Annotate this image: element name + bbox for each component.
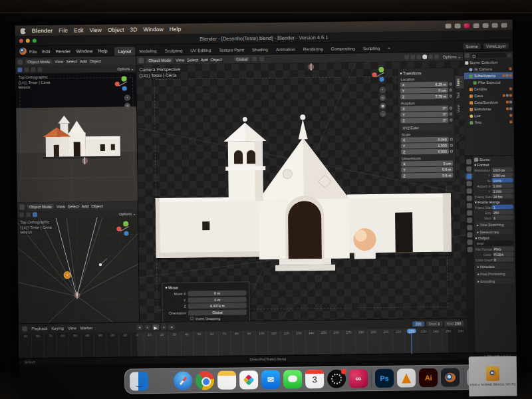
visibility-toggles[interactable]: [503, 94, 513, 96]
workspace-tab[interactable]: Shading: [248, 45, 272, 54]
visibility-toggles[interactable]: [506, 100, 513, 103]
lock-icon[interactable]: [450, 107, 452, 110]
visibility-toggles[interactable]: [506, 107, 513, 110]
mode-dropdown[interactable]: Object Mode: [25, 59, 52, 64]
dimensions-row[interactable]: X5 cm: [401, 161, 453, 167]
frame-range-row[interactable]: Step1: [475, 215, 513, 220]
zoom-button[interactable]: +: [124, 94, 130, 100]
viewport-main-content[interactable]: Camera Perspective(141) Teste | Cena: [136, 61, 467, 322]
workspace-tab[interactable]: Texture Paint: [215, 45, 248, 55]
proportional-icon[interactable]: [31, 67, 35, 72]
properties-tab-view-layer[interactable]: [466, 181, 471, 186]
collapsed-panel[interactable]: ▸ Metadata: [475, 263, 514, 269]
output-row[interactable]: Color Depth8: [475, 257, 514, 262]
format-row[interactable]: Aspect X1.000: [475, 183, 513, 188]
snap-magnet-icon[interactable]: [252, 57, 257, 61]
lock-icon[interactable]: [450, 144, 453, 147]
transport-button-jump-to-start-button[interactable]: «: [136, 325, 142, 330]
dock-app-blender[interactable]: [441, 368, 460, 386]
frame-start-field[interactable]: Start 1: [426, 321, 443, 327]
viewport-menu[interactable]: Add: [201, 58, 208, 62]
properties-tab-tool[interactable]: [466, 159, 471, 164]
snap-icon[interactable]: [24, 67, 29, 72]
playhead-frame-badge[interactable]: 220: [406, 329, 416, 333]
editor-type-icon[interactable]: [17, 59, 23, 65]
dock-app-calendar[interactable]: 3: [305, 370, 324, 388]
topbar-menu[interactable]: Help: [98, 49, 107, 53]
menubar-item[interactable]: Edit: [74, 27, 84, 33]
status-icon-search-icon[interactable]: [492, 23, 498, 27]
lock-icon[interactable]: [450, 83, 452, 86]
snap-icon[interactable]: [26, 212, 31, 217]
timeline-menu[interactable]: Playback: [31, 327, 47, 331]
format-row[interactable]: %100%: [474, 178, 513, 183]
pan-button[interactable]: ◎: [124, 102, 130, 108]
status-icon-recording-indicator[interactable]: [446, 23, 452, 28]
location-row[interactable]: X6.19 m: [400, 82, 452, 88]
workspace-tab[interactable]: Rendering: [299, 45, 327, 54]
filter-icon[interactable]: [507, 53, 511, 57]
rendered-shading-icon[interactable]: [434, 55, 439, 59]
transport-button-next-keyframe-button[interactable]: ›: [161, 325, 166, 330]
dimensions-row[interactable]: Y0.6 m: [401, 167, 453, 173]
scale-row[interactable]: Y1.500: [401, 143, 453, 149]
collapsed-panel[interactable]: ▸ Encoding: [475, 277, 514, 284]
transport-button-play-button[interactable]: ▶: [152, 325, 160, 330]
dock-app-lens-app[interactable]: [327, 370, 346, 388]
menubar-item[interactable]: File: [59, 27, 68, 34]
properties-tab-scene[interactable]: [467, 188, 472, 194]
dock-app-separator[interactable]: [463, 368, 464, 386]
frame-end-field[interactable]: End 250: [444, 321, 464, 326]
collapsed-panel[interactable]: ▸ Stereoscopy: [475, 228, 513, 235]
properties-tab-data[interactable]: [467, 239, 473, 245]
topbar-menu[interactable]: Render: [55, 49, 70, 54]
location-row[interactable]: Y0 cm: [400, 88, 452, 94]
move-value-row[interactable]: Z4.0374 m: [166, 303, 247, 309]
dock-app-notes[interactable]: [217, 371, 236, 390]
navigation-gizmo[interactable]: [372, 66, 389, 83]
properties-tab-output[interactable]: [466, 174, 471, 179]
editor-type-icon[interactable]: [465, 53, 469, 58]
dock-app-messages[interactable]: [283, 370, 302, 388]
format-row[interactable]: Y1.000: [475, 188, 513, 194]
timeline-menu[interactable]: View: [68, 326, 76, 330]
workspace-tab[interactable]: UV Editing: [186, 46, 215, 55]
orientation-icon[interactable]: [19, 212, 24, 217]
transform-panel-title[interactable]: ▾ Transform: [400, 70, 452, 76]
output-row[interactable]: File FormatPNG: [475, 246, 514, 251]
menubar-item[interactable]: View: [90, 27, 102, 33]
dock-app-chrome[interactable]: [196, 371, 214, 390]
viewport-menu[interactable]: Object: [90, 59, 101, 63]
checkbox-icon[interactable]: [190, 317, 194, 320]
viewport-menu[interactable]: Select: [187, 58, 198, 62]
workspace-tab[interactable]: Compositing: [327, 44, 359, 53]
status-icon-siri-icon[interactable]: [501, 23, 507, 27]
editor-type-icon[interactable]: [19, 204, 25, 209]
viewport-wireframe-content[interactable]: Top Orthographic(141) Teste | CenaMetros: [17, 217, 139, 323]
rotation-row[interactable]: Z0°: [400, 118, 452, 124]
dock-app-creative-cloud[interactable]: ∞: [349, 369, 368, 388]
scene-selector[interactable]: Scene: [463, 43, 481, 49]
format-row[interactable]: Resolution X1920 px: [474, 167, 513, 172]
frame-range-row[interactable]: Frame Start1: [475, 204, 513, 209]
lock-icon[interactable]: [450, 113, 452, 116]
menubar-item[interactable]: 3D: [130, 26, 137, 33]
view-layer-selector[interactable]: ViewLayer: [483, 43, 509, 49]
timeline-menu[interactable]: Keying: [51, 327, 63, 331]
properties-tab-physics[interactable]: [467, 225, 472, 230]
properties-tab-world[interactable]: [467, 196, 472, 201]
mode-dropdown[interactable]: Object Mode: [27, 204, 54, 209]
status-icon-battery-icon[interactable]: [473, 23, 479, 28]
operator-panel-title[interactable]: ▾ Move: [165, 284, 246, 289]
collapsed-panel[interactable]: ▸ Time Stretching: [475, 221, 513, 227]
visibility-toggles[interactable]: [509, 67, 513, 70]
topbar-menu[interactable]: Window: [76, 49, 92, 53]
workspace-tab[interactable]: Scripting: [359, 44, 384, 53]
rotation-row[interactable]: Y0°: [400, 112, 452, 118]
shading-icon[interactable]: [37, 67, 42, 72]
playhead[interactable]: 220: [411, 329, 412, 354]
status-icon-wifi-icon[interactable]: [483, 23, 489, 27]
solid-shading-icon[interactable]: [422, 55, 427, 59]
viewport-menu[interactable]: Add: [80, 59, 87, 63]
workspace-tab[interactable]: Animation: [272, 45, 299, 53]
